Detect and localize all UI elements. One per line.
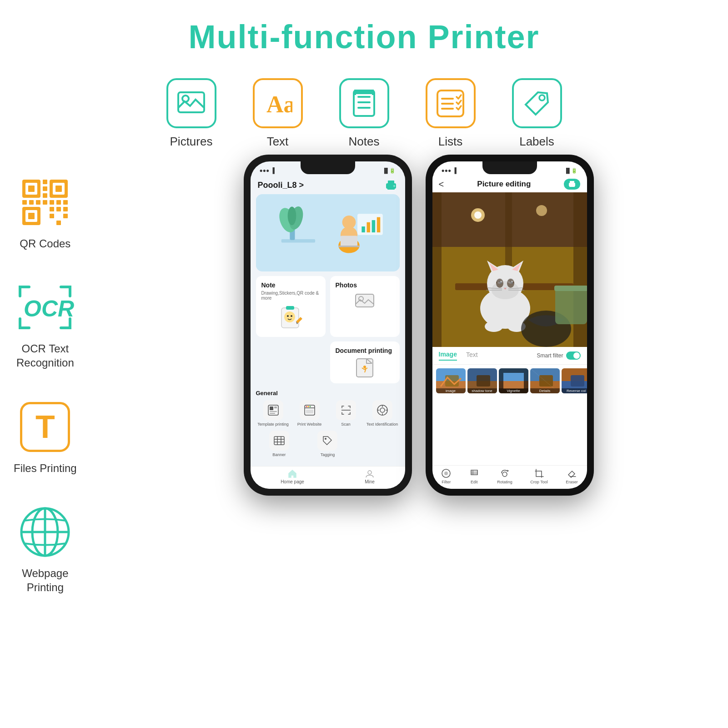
svg-rect-0 [178, 92, 204, 112]
phone2-signal: ●●● ▐ [442, 167, 457, 174]
svg-rect-136 [477, 375, 490, 387]
ocr-icon: OCR [15, 282, 75, 332]
tool-crop[interactable]: Crop Tool [530, 468, 547, 484]
svg-rect-74 [270, 407, 273, 410]
note-card-sub: Drawing,Stickers,QR code & more [261, 291, 320, 301]
labels-icon-box [512, 78, 562, 128]
gen-website-label: Print Website [297, 422, 321, 427]
svg-rect-142 [539, 375, 553, 387]
tool-filter-label: Filter [442, 480, 451, 484]
tab-image[interactable]: Image [439, 351, 457, 361]
filter-thumb-shadow[interactable]: shadow tone [467, 368, 497, 393]
nav-mine[interactable]: Mine [365, 469, 375, 484]
gen-scan: Scan [329, 400, 363, 427]
svg-rect-60 [367, 222, 370, 232]
gen-textid: Text Identification [365, 400, 400, 427]
svg-rect-21 [28, 213, 35, 219]
general-section: General Template [251, 388, 405, 457]
svg-rect-32 [50, 214, 54, 218]
svg-rect-77 [270, 413, 275, 414]
phone2-back-btn[interactable]: < [439, 179, 444, 190]
doc-icon [356, 358, 374, 378]
phone1-screen: ●●● ▐ 9:55 ▐▌🔋 Poooli_L8 > [251, 161, 405, 489]
gen-template-box [263, 400, 283, 420]
qr-label: QR Codes [20, 236, 70, 251]
template-icon [267, 404, 279, 416]
phone2-bottom-tools: Filter Edit [432, 465, 587, 489]
general-icons-row1: Template printing [256, 400, 400, 427]
svg-point-82 [309, 406, 311, 407]
nav-homepage[interactable]: Home page [281, 469, 304, 484]
filter-thumb-image[interactable]: image [436, 368, 466, 393]
filter-thumb-details[interactable]: Details [530, 368, 560, 393]
top-icons-row: Pictures Aa Text Notes [0, 78, 728, 149]
phone2-mockup: ●●● ▐ 9:57 ▐▌🔋 < Picture editing [426, 155, 594, 496]
gen-template: Template printing [256, 400, 291, 427]
gen-template-label: Template printing [257, 422, 289, 427]
icon-item-text: Aa Text [253, 78, 303, 149]
svg-point-96 [325, 438, 326, 440]
lists-label: Lists [438, 135, 462, 149]
svg-point-108 [474, 211, 482, 219]
qr-icon-box [15, 173, 75, 232]
svg-rect-61 [372, 220, 375, 232]
tool-edit[interactable]: Edit [469, 468, 479, 484]
pictures-icon-box [166, 78, 216, 128]
notes-label: Notes [349, 135, 380, 149]
note-card: Note Drawing,Stickers,QR code & more [256, 276, 326, 337]
svg-point-12 [539, 95, 545, 100]
note-illustration [277, 304, 304, 331]
gen-website-box [300, 400, 320, 420]
phone1-signal: ●●● ▐ [260, 167, 275, 174]
note-card-icon [261, 304, 320, 331]
svg-point-65 [284, 311, 295, 322]
filter-tool-icon [441, 468, 451, 478]
phone1-hero-svg [256, 194, 400, 271]
svg-rect-91 [274, 437, 284, 445]
svg-rect-24 [43, 193, 47, 198]
gen-scan-box [336, 400, 356, 420]
filter-image-label: image [436, 388, 466, 393]
svg-point-97 [368, 471, 372, 474]
nav-homepage-label: Home page [281, 479, 304, 484]
print-green-btn[interactable] [564, 179, 580, 190]
svg-rect-56 [340, 236, 357, 246]
text-label: Text [267, 135, 289, 149]
svg-point-80 [306, 406, 307, 407]
svg-rect-83 [306, 410, 313, 413]
svg-rect-18 [55, 186, 62, 192]
gen-tagging-box [317, 431, 337, 451]
tool-eraser[interactable]: Eraser [566, 468, 578, 484]
edit-tool-icon [469, 468, 479, 478]
scan-icon [340, 404, 352, 416]
gen-banner-box [269, 431, 289, 451]
svg-rect-35 [22, 200, 27, 205]
filter-thumb-vignette[interactable]: Vignette [499, 368, 528, 393]
smart-filter: Smart filter [537, 351, 580, 360]
smart-filter-toggle[interactable] [566, 351, 581, 360]
tool-filter[interactable]: Filter [441, 468, 451, 484]
tab-text[interactable]: Text [466, 351, 478, 360]
svg-text:Aa: Aa [266, 91, 292, 117]
svg-point-81 [307, 406, 309, 407]
filter-details-label: Details [530, 388, 560, 393]
svg-point-52 [287, 206, 296, 225]
ocr-label: OCR TextRecognition [16, 341, 74, 370]
phone1-hero-image [256, 194, 400, 271]
page-title: Multi-function Printer [0, 0, 728, 55]
svg-point-126 [497, 278, 503, 284]
filter-vignette-label: Vignette [499, 388, 528, 393]
svg-rect-15 [28, 186, 35, 192]
files-t-icon: T [35, 409, 55, 445]
filter-thumb-reverse[interactable]: Reverse col [562, 368, 587, 393]
qr-icon [20, 177, 70, 227]
left-icon-ocr: OCR OCR TextRecognition [14, 278, 77, 370]
svg-rect-44 [388, 181, 394, 184]
tool-rotating[interactable]: Rotating [497, 468, 512, 484]
photos-card-title: Photos [336, 281, 394, 289]
tool-eraser-label: Eraser [566, 480, 578, 484]
print-icon [567, 181, 577, 188]
gen-textid-box [372, 400, 392, 420]
phone1-cards: Note Drawing,Stickers,QR code & more [251, 271, 405, 388]
svg-point-1 [182, 95, 189, 102]
